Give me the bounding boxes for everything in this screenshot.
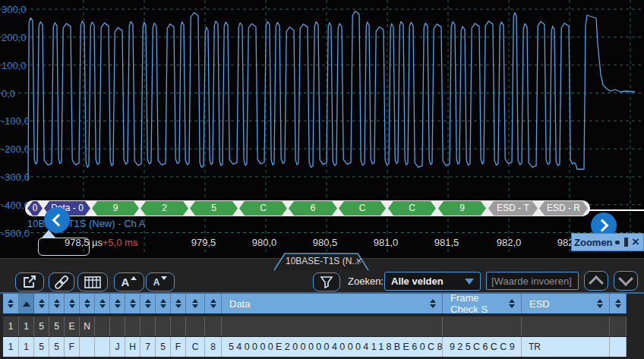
x-axis-label: 979,5: [191, 237, 216, 248]
font-decrease-button[interactable]: A: [146, 272, 175, 291]
table-cell: [186, 316, 205, 336]
column-header[interactable]: [19, 294, 34, 313]
table-cell: [156, 316, 171, 336]
decoder-segment[interactable]: C: [388, 201, 436, 216]
table-cell: [443, 316, 522, 336]
oscilloscope-plot[interactable]: 300,0200,0100,00,0-100,0-200,0-300,0-400…: [0, 0, 644, 258]
column-header[interactable]: [3, 294, 19, 313]
chevron-left-icon: [52, 214, 65, 227]
sort-icon: [509, 299, 515, 308]
tab-10base-t1s[interactable]: 10BASE-T1S (N... ×: [273, 253, 369, 271]
table-row[interactable]: 1155FJH75FC8540000E20000040004118BE60C8A…: [3, 337, 627, 357]
sort-icon: [430, 299, 436, 308]
column-header-label: ESD: [529, 298, 550, 310]
tab-close-icon[interactable]: ×: [355, 255, 361, 266]
sort-icon: [39, 299, 45, 308]
table-cell: 540000E20000040004118BE60C8A: [222, 337, 443, 357]
column-header[interactable]: [156, 294, 171, 313]
decoder-segment[interactable]: 6: [289, 201, 337, 216]
sort-icon: [99, 299, 106, 308]
decoder-segment[interactable]: 0: [27, 201, 43, 216]
column-header[interactable]: [34, 294, 49, 313]
column-header-data[interactable]: Data: [222, 294, 443, 313]
decoder-segment[interactable]: C: [339, 201, 386, 216]
decoder-segment[interactable]: ESD - R: [539, 201, 588, 216]
close-icon[interactable]: ×: [632, 238, 639, 247]
decoder-idle-line: [589, 209, 644, 211]
sort-icon: [54, 299, 60, 308]
column-header-esd[interactable]: ESD: [522, 294, 610, 313]
export-button[interactable]: [15, 272, 44, 291]
table-cell: 1: [3, 316, 19, 336]
zoomen-window[interactable]: Zoomen ×: [571, 233, 644, 251]
y-axis-label: -200,0: [2, 143, 30, 155]
table-cell: [171, 316, 186, 336]
decoder-segment[interactable]: 9: [438, 201, 486, 216]
search-next-button[interactable]: [614, 271, 638, 291]
table-cell: [610, 337, 627, 357]
column-header[interactable]: [65, 294, 80, 313]
y-axis-label: -500,0: [2, 227, 30, 238]
decoder-segment[interactable]: 5: [190, 201, 238, 216]
sort-icon: [145, 299, 151, 308]
link-button[interactable]: [49, 272, 74, 291]
column-header[interactable]: [171, 294, 186, 313]
y-axis-label: 0,0: [2, 87, 15, 99]
font-increase-icon: A: [122, 276, 130, 288]
column-header[interactable]: [140, 294, 156, 313]
table-cell: [110, 316, 125, 336]
x-axis-label: 981,0: [374, 237, 399, 248]
chevron-up-icon: [589, 276, 604, 291]
chevron-down-icon: [618, 271, 633, 286]
sort-icon: [175, 299, 182, 308]
table-cell: TR: [522, 337, 610, 357]
table-cell: C: [186, 337, 205, 357]
column-header[interactable]: [610, 294, 627, 313]
column-header-label: Frame Check S: [450, 292, 509, 315]
column-header[interactable]: [110, 294, 125, 313]
decoder-segment[interactable]: ESD - T: [488, 201, 538, 216]
y-axis-label: 100,0: [2, 59, 27, 71]
export-icon: [21, 275, 38, 289]
maximize-icon[interactable]: [624, 238, 629, 247]
column-header[interactable]: [186, 294, 205, 313]
zoom-region-marker[interactable]: [38, 238, 90, 256]
column-header[interactable]: [95, 294, 110, 313]
minimize-icon[interactable]: [615, 241, 620, 244]
table-header: DataFrame Check SESD: [3, 294, 627, 313]
table-cell: [522, 316, 610, 336]
column-chooser-button[interactable]: [77, 272, 108, 291]
column-header[interactable]: [205, 294, 222, 313]
sort-icon: [84, 299, 90, 308]
picoscope-app: 300,0200,0100,00,0-100,0-200,0-300,0-400…: [0, 0, 644, 359]
sort-icon: [615, 299, 621, 308]
table-cell: 1: [3, 337, 19, 357]
chevron-down-icon: [465, 279, 474, 285]
table-cell: J: [110, 337, 125, 357]
table-cell: [610, 316, 627, 336]
font-increase-button[interactable]: A: [114, 272, 144, 291]
sort-icon: [115, 299, 121, 308]
decoder-bus-bar: 0Data - 0925C6CC9ESD - TESD - R: [25, 200, 590, 216]
search-field-select[interactable]: Alle velden: [384, 272, 481, 291]
column-header[interactable]: [125, 294, 140, 313]
table-cell: 7: [140, 337, 156, 357]
column-header-frame-check-s[interactable]: Frame Check S: [443, 294, 522, 313]
font-decrease-icon: A: [153, 277, 160, 288]
decoder-segment[interactable]: 9: [92, 201, 139, 216]
search-prev-button[interactable]: [584, 271, 608, 291]
filter-button[interactable]: [313, 272, 340, 291]
link-icon: [53, 274, 70, 291]
prev-packet-button[interactable]: [44, 207, 70, 233]
sort-icon: [23, 301, 30, 307]
search-value-input[interactable]: [486, 272, 579, 290]
column-header[interactable]: [80, 294, 95, 313]
decoder-segment[interactable]: C: [239, 201, 287, 216]
column-header[interactable]: [49, 294, 65, 313]
table-cell: F: [65, 337, 80, 357]
decoder-segment[interactable]: 2: [140, 201, 188, 216]
waveform-trace: [28, 11, 635, 181]
column-header-label: Data: [229, 298, 250, 310]
time-offset-label: +5,0 ms: [103, 237, 138, 248]
table-row[interactable]: 1155EN: [3, 316, 627, 336]
